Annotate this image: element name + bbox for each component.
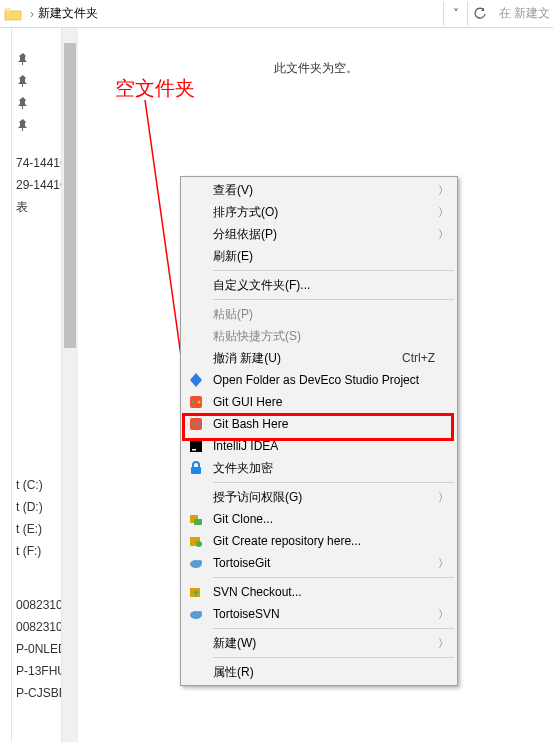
menu-grant-access[interactable]: 授予访问权限(G)〉 (183, 486, 455, 508)
tortoise-svn-icon (187, 605, 205, 623)
nav-scrollbar[interactable] (62, 28, 78, 742)
menu-label: Git GUI Here (213, 395, 435, 409)
pin-icon (16, 52, 30, 66)
menu-git-bash[interactable]: Git Bash Here (183, 413, 455, 435)
svg-point-6 (192, 423, 195, 426)
git-clone-icon (187, 510, 205, 528)
nav-pinned-item[interactable] (12, 92, 61, 114)
submenu-arrow-icon: 〉 (438, 490, 449, 505)
context-menu: 查看(V)〉 排序方式(O)〉 分组依据(P)〉 刷新(E) 自定义文件夹(F)… (180, 176, 458, 686)
menu-separator (213, 657, 454, 658)
svg-rect-10 (191, 467, 201, 474)
menu-label: Git Bash Here (213, 417, 435, 431)
menu-label: TortoiseSVN (213, 607, 435, 621)
menu-label: Open Folder as DevEco Studio Project (213, 373, 435, 387)
menu-shortcut: Ctrl+Z (402, 351, 435, 365)
menu-properties[interactable]: 属性(R) (183, 661, 455, 683)
menu-label: 新建(W) (213, 635, 435, 652)
breadcrumb-folder[interactable]: 新建文件夹 (38, 5, 98, 22)
menu-refresh[interactable]: 刷新(E) (183, 245, 455, 267)
address-bar: › 新建文件夹 ˅ 在 新建文 (0, 0, 553, 28)
menu-tortoise-svn[interactable]: TortoiseSVN〉 (183, 603, 455, 625)
menu-separator (213, 628, 454, 629)
submenu-arrow-icon: 〉 (438, 205, 449, 220)
menu-separator (213, 270, 454, 271)
svg-point-3 (192, 401, 195, 404)
scrollbar-thumb[interactable] (64, 43, 76, 348)
nav-item[interactable]: P-0NLED (12, 638, 61, 660)
menu-customize[interactable]: 自定义文件夹(F)... (183, 274, 455, 296)
menu-view[interactable]: 查看(V)〉 (183, 179, 455, 201)
menu-deveco[interactable]: Open Folder as DevEco Studio Project (183, 369, 455, 391)
nav-item[interactable]: 表 (12, 196, 61, 218)
menu-idea[interactable]: IntelliJ IDEA (183, 435, 455, 457)
menu-paste-shortcut: 粘贴快捷方式(S) (183, 325, 455, 347)
nav-drive-item[interactable]: t (C:) (12, 474, 61, 496)
svg-rect-12 (194, 519, 202, 525)
annotation-label: 空文件夹 (115, 75, 195, 102)
lock-icon (187, 459, 205, 477)
breadcrumb-separator: › (30, 7, 34, 21)
menu-label: 查看(V) (213, 182, 435, 199)
menu-sort[interactable]: 排序方式(O)〉 (183, 201, 455, 223)
menu-label: 授予访问权限(G) (213, 489, 435, 506)
menu-label: Git Clone... (213, 512, 435, 526)
nav-drive-item[interactable]: t (E:) (12, 518, 61, 540)
folder-icon (4, 5, 22, 23)
nav-pinned-item[interactable] (12, 70, 61, 92)
submenu-arrow-icon: 〉 (438, 183, 449, 198)
menu-label: 刷新(E) (213, 248, 435, 265)
menu-separator (213, 299, 454, 300)
svg-point-7 (198, 423, 201, 426)
menu-git-clone[interactable]: Git Clone... (183, 508, 455, 530)
menu-separator (213, 482, 454, 483)
menu-label: 属性(R) (213, 664, 435, 681)
nav-gutter (0, 28, 12, 742)
deveco-icon (187, 371, 205, 389)
nav-item[interactable]: 00823105 (12, 616, 61, 638)
git-icon (187, 415, 205, 433)
navigation-panel: 74-1441C 29-1441C 表 t (C:) t (D:) t (E:)… (12, 28, 62, 742)
menu-tortoise-git[interactable]: TortoiseGit〉 (183, 552, 455, 574)
menu-new[interactable]: 新建(W)〉 (183, 632, 455, 654)
nav-item[interactable]: 74-1441C (12, 152, 61, 174)
submenu-arrow-icon: 〉 (438, 556, 449, 571)
menu-paste: 粘贴(P) (183, 303, 455, 325)
menu-label: SVN Checkout... (213, 585, 435, 599)
menu-encrypt[interactable]: 文件夹加密 (183, 457, 455, 479)
git-icon (187, 393, 205, 411)
menu-label: 粘贴(P) (213, 306, 435, 323)
menu-separator (213, 577, 454, 578)
refresh-button[interactable] (467, 2, 491, 26)
nav-drive-item[interactable]: t (D:) (12, 496, 61, 518)
menu-label: 自定义文件夹(F)... (213, 277, 435, 294)
pin-icon (16, 74, 30, 88)
intellij-icon (187, 437, 205, 455)
menu-git-gui[interactable]: Git GUI Here (183, 391, 455, 413)
menu-git-create[interactable]: Git Create repository here... (183, 530, 455, 552)
menu-label: 排序方式(O) (213, 204, 435, 221)
menu-label: TortoiseGit (213, 556, 435, 570)
svg-point-16 (198, 560, 202, 564)
nav-pinned-item[interactable] (12, 48, 61, 70)
nav-item[interactable]: P-CJSBE (12, 682, 61, 704)
menu-undo[interactable]: 撤消 新建(U)Ctrl+Z (183, 347, 455, 369)
dropdown-button[interactable]: ˅ (443, 2, 467, 26)
submenu-arrow-icon: 〉 (438, 227, 449, 242)
menu-label: 撤消 新建(U) (213, 350, 402, 367)
menu-label: Git Create repository here... (213, 534, 435, 548)
nav-item[interactable]: 29-1441C (12, 174, 61, 196)
menu-group[interactable]: 分组依据(P)〉 (183, 223, 455, 245)
nav-item[interactable]: 00823102 (12, 594, 61, 616)
nav-pinned-item[interactable] (12, 114, 61, 136)
submenu-arrow-icon: 〉 (438, 636, 449, 651)
menu-label: IntelliJ IDEA (213, 439, 435, 453)
menu-svn-checkout[interactable]: SVN Checkout... (183, 581, 455, 603)
search-input[interactable]: 在 新建文 (495, 3, 553, 25)
pin-icon (16, 118, 30, 132)
nav-item[interactable]: P-13FHU (12, 660, 61, 682)
nav-drive-item[interactable]: t (F:) (12, 540, 61, 562)
svg-point-19 (198, 611, 202, 615)
svn-checkout-icon (187, 583, 205, 601)
tortoise-git-icon (187, 554, 205, 572)
